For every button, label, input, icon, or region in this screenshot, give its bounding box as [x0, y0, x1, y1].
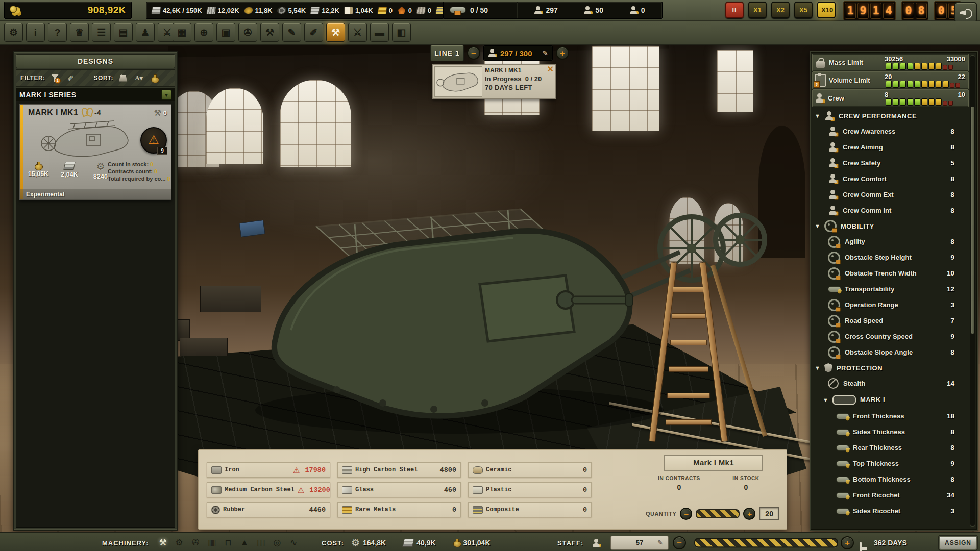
line-workers-value: 297 / 300 — [500, 49, 532, 58]
resource-oil: 11,8K — [244, 7, 273, 14]
sort-alphabetical-button[interactable]: A▾ — [133, 72, 145, 84]
add-workers-button[interactable]: + — [556, 46, 569, 60]
milling-machine-icon[interactable]: ✇ — [189, 536, 202, 549]
megaphone-icon — [960, 9, 969, 17]
segment — [907, 81, 913, 88]
issues-indicator[interactable]: ⚠ 9 — [140, 127, 167, 154]
press-icon[interactable]: ▥ — [205, 536, 218, 549]
news-button[interactable]: ☰ — [92, 23, 111, 42]
fabric-value: 0 — [428, 7, 431, 14]
achievements-button[interactable]: ♕ — [70, 23, 89, 42]
forge-hammer-icon[interactable]: ⊓ — [222, 536, 235, 549]
speed-x2-button[interactable]: X2 — [771, 2, 790, 18]
resource-iron-pipes: 12,02K — [207, 7, 239, 14]
tab-repair[interactable]: ⚒ — [260, 23, 279, 42]
mass-limit-bar — [885, 63, 965, 70]
tab-engineering[interactable]: ✎ — [282, 23, 301, 42]
resource-gold: 0 — [378, 7, 393, 14]
wheel-terrain-icon — [828, 331, 840, 343]
announcements-button[interactable] — [954, 2, 977, 22]
staff-slider[interactable] — [694, 538, 838, 547]
filter-label: FILTER: — [20, 74, 45, 82]
gold-icon — [377, 7, 387, 14]
filter-drafting-button[interactable]: ✐ — [65, 72, 77, 84]
speed-x10-button[interactable]: X10 — [817, 2, 836, 18]
section-header-protection[interactable]: ▼PROTECTION — [813, 360, 969, 375]
job-unit-name: MARK I MK1 — [485, 67, 553, 74]
money-display: 908,92K — [4, 2, 132, 19]
stat-label: Crew Safety — [843, 159, 880, 167]
quantity-slider[interactable] — [696, 509, 740, 518]
filter-type-button[interactable]: 1 — [49, 72, 61, 84]
tail-wheel — [716, 215, 765, 264]
settings-button[interactable]: ⚙ — [4, 23, 23, 42]
stat-label: Top Thickness — [853, 460, 899, 467]
section-header-mobility[interactable]: ▼MOBILITY — [813, 218, 969, 234]
tab-weapons[interactable]: ⚔ — [348, 23, 367, 42]
welder-icon[interactable]: ◫ — [254, 536, 267, 549]
spring-former-icon[interactable]: ∿ — [287, 536, 300, 549]
quantity-decrease-button[interactable]: − — [680, 508, 692, 520]
help-button[interactable]: ? — [48, 23, 67, 42]
iron-pipes-icon — [206, 7, 216, 14]
tab-market[interactable]: ▣ — [216, 23, 235, 42]
section-header-mark-i[interactable]: ▼MARK I — [813, 391, 969, 408]
stat-value: 12 — [947, 285, 969, 293]
tab-world-map[interactable]: ⊕ — [194, 23, 213, 42]
edit-workers-icon[interactable]: ✎ — [542, 49, 548, 57]
cost-funds: 301,04K — [453, 538, 491, 548]
workbench-icon[interactable]: ▲ — [238, 536, 251, 549]
sort-by-cost-button[interactable] — [149, 72, 161, 84]
speed-x5-button[interactable]: X5 — [794, 2, 813, 18]
grinder-icon[interactable]: ◎ — [271, 536, 284, 549]
engineers-value: 50 — [595, 6, 603, 14]
section-header-crew-performance[interactable]: ▼CREW PERFORMANCE — [813, 108, 969, 123]
pause-button[interactable]: II — [725, 2, 744, 18]
rare-metals-icon — [342, 506, 352, 514]
tank-transport-icon — [828, 286, 840, 292]
staff-increase-button[interactable]: + — [841, 536, 854, 549]
stat-row-crew-comm-ext: Crew Comm Ext8 — [813, 187, 969, 203]
material-value: 4460 — [309, 506, 326, 514]
series-collapse-button[interactable]: ▼ — [161, 90, 172, 100]
lathe-icon[interactable]: ⚙ — [173, 536, 186, 549]
design-card-mark-i-mk1[interactable]: MARK I MK1 -4 ⚒ 0 — [19, 104, 172, 200]
medium-carbon-steel-icon — [211, 486, 222, 494]
staff-decrease-button[interactable]: − — [673, 536, 686, 549]
in-contracts: IN CONTRACTS 0 — [646, 475, 713, 491]
material-value: 0 — [583, 466, 587, 474]
tab-tank-design[interactable]: ▬ — [370, 23, 389, 42]
material-name: Rubber — [223, 506, 245, 513]
tab-drafting[interactable]: ✐ — [304, 23, 323, 42]
reports-button[interactable]: ▤ — [114, 23, 133, 42]
sort-by-mass-button[interactable] — [117, 72, 129, 84]
speed-x1-button[interactable]: X1 — [748, 2, 767, 18]
tank-profile-icon — [832, 395, 856, 405]
warning-icon: ⚠ — [298, 486, 304, 494]
tab-tools[interactable]: ✇ — [238, 23, 257, 42]
fabric-icon — [416, 7, 426, 14]
tab-workshop[interactable]: ⚒ — [326, 23, 345, 42]
tank-sides-armor-icon — [836, 429, 848, 435]
scrollbar-thumb[interactable] — [971, 107, 974, 334]
drill-press-icon[interactable]: ⚒ — [156, 536, 169, 549]
assign-button[interactable]: ASSIGN — [939, 536, 977, 550]
series-header[interactable]: MARK I SERIES ▼ — [16, 88, 175, 101]
quantity-increase-button[interactable]: + — [743, 508, 755, 520]
stat-row-front-ricochet: Front Ricochet34 — [813, 487, 969, 503]
material-row-ceramic: Ceramic0 — [468, 462, 592, 478]
tab-production[interactable]: ▦ — [173, 23, 191, 42]
stat-value: 8 — [950, 143, 969, 151]
segment — [914, 98, 920, 106]
personnel-button[interactable]: ♟ — [136, 23, 155, 42]
window — [592, 46, 659, 131]
line-job-card[interactable]: MARK I MK1 In Progress 0 / 20 70 DAYS LE… — [432, 64, 556, 99]
segment — [943, 101, 947, 106]
tab-assembly[interactable]: ◧ — [392, 23, 411, 42]
remove-workers-button[interactable]: − — [467, 46, 480, 60]
material-row-medium-carbon-steel: Medium Carbon Steel⚠13200 — [207, 482, 330, 497]
edit-staff-icon[interactable]: ✎ — [657, 539, 663, 546]
info-button[interactable]: i — [26, 23, 45, 42]
material-value: 17980 — [305, 466, 326, 474]
cancel-job-button[interactable]: ✕ — [547, 65, 554, 73]
